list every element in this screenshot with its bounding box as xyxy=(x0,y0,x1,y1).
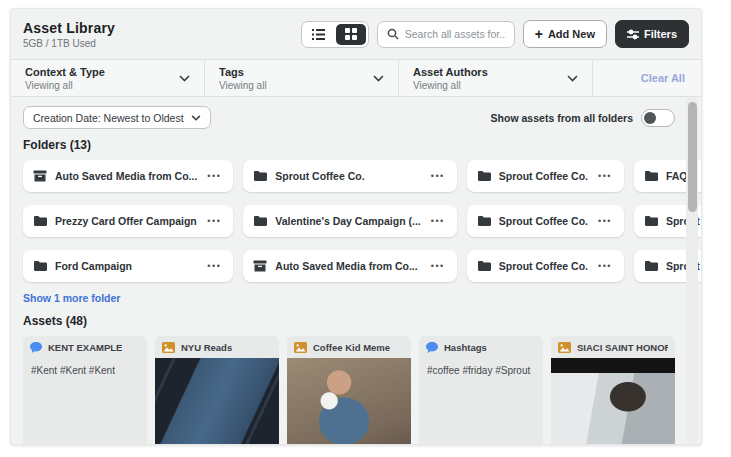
folder-card[interactable]: Sprout Coffee Co. xyxy=(467,160,624,192)
folder-menu-button[interactable] xyxy=(429,259,447,273)
search-icon xyxy=(387,28,399,40)
folder-menu-button[interactable] xyxy=(429,169,447,183)
page-title: Asset Library xyxy=(23,20,115,36)
asset-grid: KENT EXAMPLE #Kent #Kent #Kent NYU Reads… xyxy=(23,336,675,445)
add-new-button[interactable]: Add New xyxy=(523,20,607,48)
folder-menu-button[interactable] xyxy=(596,169,614,183)
folder-menu-button[interactable] xyxy=(205,259,223,273)
folder-icon xyxy=(253,215,267,227)
asset-thumbnail xyxy=(287,358,411,445)
chevron-down-icon xyxy=(373,75,384,82)
folder-card[interactable]: Ford Campaign xyxy=(23,250,233,282)
assets-heading: Assets (48) xyxy=(23,314,675,328)
folder-menu-button[interactable] xyxy=(205,214,223,228)
view-toggle xyxy=(301,21,369,48)
toolbar: Add New Filters xyxy=(301,20,689,48)
clear-all-button[interactable]: Clear All xyxy=(593,60,701,96)
show-all-folders-toggle[interactable] xyxy=(641,109,675,127)
image-asset-icon xyxy=(294,342,307,353)
folder-card[interactable]: Auto Saved Media from Co... xyxy=(23,160,233,192)
filter-label: Tags xyxy=(219,66,267,78)
asset-card-header: Coffee Kid Meme xyxy=(287,336,411,358)
folder-menu-button[interactable] xyxy=(596,259,614,273)
folder-grid: Auto Saved Media from Co... Sprout Coffe… xyxy=(23,160,675,282)
scrollbar-track[interactable] xyxy=(686,97,698,444)
storage-usage: 5GB / 1TB Used xyxy=(23,38,115,49)
asset-text-body: #coffee #friday #Sprout xyxy=(419,358,543,383)
folder-name: Sprout Coffee Co. xyxy=(499,215,588,227)
plus-icon xyxy=(535,27,543,41)
folder-icon xyxy=(33,260,47,272)
folder-name: Auto Saved Media from Co... xyxy=(275,260,420,272)
title-block: Asset Library 5GB / 1TB Used xyxy=(23,20,115,49)
asset-card-header: KENT EXAMPLE xyxy=(23,336,147,358)
toggle-knob xyxy=(644,112,656,124)
show-more-folders-link[interactable]: Show 1 more folder xyxy=(23,292,120,304)
grid-view-button[interactable] xyxy=(336,24,366,45)
archive-icon xyxy=(33,170,47,182)
sort-label: Creation Date: Newest to Oldest xyxy=(33,112,184,124)
filter-tags-dropdown[interactable]: Tags Viewing all xyxy=(205,60,399,96)
folders-heading: Folders (13) xyxy=(23,138,675,152)
folder-card[interactable]: Sprout Coffee Co. xyxy=(467,250,624,282)
folder-card[interactable]: Prezzy Card Offer Campaign xyxy=(23,205,233,237)
filter-bar: Context & Type Viewing all Tags Viewing … xyxy=(11,59,701,97)
folder-card[interactable]: Valentine's Day Campaign (... xyxy=(243,205,456,237)
folder-name: Auto Saved Media from Co... xyxy=(55,170,197,182)
toggle-label: Show assets from all folders xyxy=(491,112,633,124)
add-new-label: Add New xyxy=(548,28,595,40)
sort-row: Creation Date: Newest to Oldest Show ass… xyxy=(23,106,675,129)
folder-icon xyxy=(33,215,47,227)
filter-value: Viewing all xyxy=(413,80,488,91)
asset-title: Coffee Kid Meme xyxy=(313,342,390,353)
list-view-icon xyxy=(312,29,325,40)
asset-thumbnail xyxy=(551,358,675,445)
folder-name: Sprout Coffee Co. xyxy=(275,170,420,182)
search-input[interactable] xyxy=(405,28,505,40)
folder-name: Sprout Coffee Co. xyxy=(499,170,588,182)
folder-card[interactable]: Auto Saved Media from Co... xyxy=(243,250,456,282)
asset-card[interactable]: Hashtags #coffee #friday #Sprout xyxy=(419,336,543,445)
scrollbar-thumb[interactable] xyxy=(688,102,697,212)
chevron-down-icon xyxy=(191,115,201,121)
asset-card-header: NYU Reads xyxy=(155,336,279,358)
folder-card[interactable]: Sprout Coffee Co. xyxy=(467,205,624,237)
filter-asset-authors-dropdown[interactable]: Asset Authors Viewing all xyxy=(399,60,593,96)
list-view-button[interactable] xyxy=(304,24,334,45)
show-all-folders-control: Show assets from all folders xyxy=(491,109,675,127)
asset-library-panel: Asset Library 5GB / 1TB Used xyxy=(10,8,702,445)
archive-icon xyxy=(253,260,267,272)
filter-label: Context & Type xyxy=(25,66,105,78)
asset-title: NYU Reads xyxy=(181,342,232,353)
asset-card[interactable]: NYU Reads xyxy=(155,336,279,445)
folder-icon xyxy=(644,260,658,272)
grid-view-icon xyxy=(345,28,357,40)
folder-menu-button[interactable] xyxy=(429,214,447,228)
folder-menu-button[interactable] xyxy=(205,169,223,183)
content-area: Creation Date: Newest to Oldest Show ass… xyxy=(11,97,701,444)
asset-thumbnail xyxy=(155,358,279,445)
chevron-down-icon xyxy=(567,75,578,82)
filters-button[interactable]: Filters xyxy=(615,20,689,48)
top-bar: Asset Library 5GB / 1TB Used xyxy=(11,9,701,59)
folder-icon xyxy=(477,170,491,182)
filter-context-type-dropdown[interactable]: Context & Type Viewing all xyxy=(11,60,205,96)
folder-name: Sprout Coffee Co. xyxy=(499,260,588,272)
folder-icon xyxy=(644,170,658,182)
asset-card[interactable]: KENT EXAMPLE #Kent #Kent #Kent xyxy=(23,336,147,445)
folder-icon xyxy=(477,260,491,272)
folder-name: Valentine's Day Campaign (... xyxy=(275,215,420,227)
asset-card[interactable]: Coffee Kid Meme xyxy=(287,336,411,445)
asset-card-header: Hashtags xyxy=(419,336,543,358)
filter-value: Viewing all xyxy=(25,80,105,91)
folder-icon xyxy=(253,170,267,182)
folder-name: Prezzy Card Offer Campaign xyxy=(55,215,197,227)
asset-title: KENT EXAMPLE xyxy=(48,342,122,353)
text-asset-icon xyxy=(426,342,438,353)
folder-card[interactable]: Sprout Coffee Co. xyxy=(243,160,456,192)
sort-dropdown[interactable]: Creation Date: Newest to Oldest xyxy=(23,106,211,129)
filters-label: Filters xyxy=(644,28,677,40)
asset-card[interactable]: SIACI SAINT HONORE xyxy=(551,336,675,445)
folder-menu-button[interactable] xyxy=(596,214,614,228)
folder-name: Ford Campaign xyxy=(55,260,197,272)
